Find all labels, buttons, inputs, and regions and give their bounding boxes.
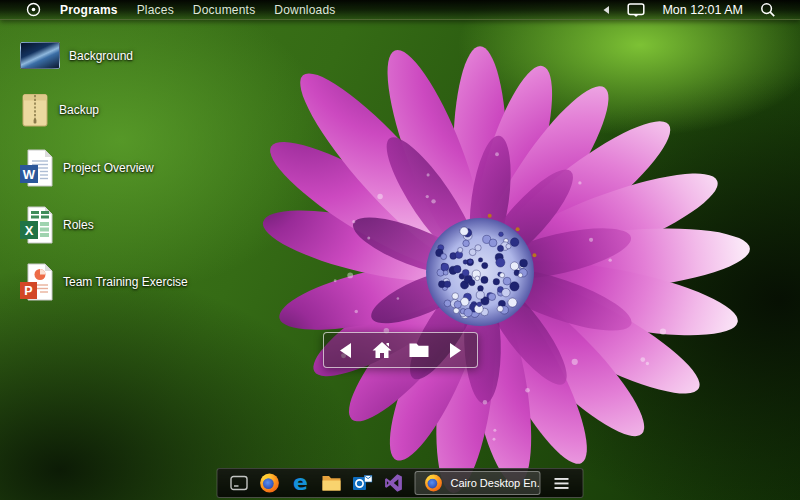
powerpoint-presentation-icon: P — [20, 262, 54, 302]
hamburger-menu-icon[interactable] — [552, 473, 572, 493]
floating-nav-toolbar — [323, 332, 478, 368]
task-button-cairo-desktop[interactable]: Cairo Desktop En... — [415, 471, 541, 495]
menu-item-programs[interactable]: Programs — [60, 3, 118, 17]
word-document-icon: W — [20, 148, 54, 188]
excel-letter: X — [25, 223, 34, 238]
back-button[interactable] — [331, 335, 361, 365]
cairo-menu-icon[interactable] — [26, 2, 41, 17]
collapse-arrow-icon[interactable] — [602, 5, 610, 15]
topbar-right-cluster: Mon 12:01 AM — [602, 2, 776, 18]
home-button[interactable] — [367, 335, 397, 365]
menu-item-downloads[interactable]: Downloads — [274, 3, 335, 17]
desktop-icon-label: Backup — [59, 103, 99, 117]
desktop-screen: Programs Places Documents Downloads Mon … — [0, 0, 800, 500]
firefox-icon — [425, 474, 443, 492]
image-thumbnail — [20, 42, 60, 69]
menu-item-documents[interactable]: Documents — [193, 3, 256, 17]
wallpaper-flower — [0, 0, 800, 500]
excel-spreadsheet-icon: X — [20, 206, 54, 244]
taskbar: e — [217, 468, 584, 498]
folder-button[interactable] — [404, 335, 434, 365]
desktop-icon-project-overview[interactable]: W Project Overview — [20, 148, 154, 188]
desktop-icon-label: Background — [69, 49, 133, 63]
search-icon[interactable] — [760, 2, 776, 18]
task-button-label: Cairo Desktop En... — [451, 477, 541, 489]
desktop-icon-team-training[interactable]: P Team Training Exercise — [20, 262, 188, 302]
edge-icon[interactable]: e — [291, 473, 311, 493]
display-icon[interactable] — [627, 2, 645, 18]
desktop-icon-backup[interactable]: Backup — [20, 92, 99, 128]
desktop-icon-label: Roles — [63, 218, 94, 232]
show-desktop-button[interactable] — [229, 473, 249, 493]
desktop-icon-roles[interactable]: X Roles — [20, 206, 94, 244]
firefox-icon[interactable] — [260, 473, 280, 493]
file-explorer-icon[interactable] — [322, 473, 342, 493]
desktop-icon-background[interactable]: Background — [20, 42, 133, 69]
powerpoint-letter: P — [24, 284, 32, 298]
outlook-icon[interactable] — [353, 473, 373, 493]
visual-studio-icon[interactable] — [384, 473, 404, 493]
word-letter: W — [23, 167, 36, 182]
forward-button[interactable] — [440, 335, 470, 365]
menu-item-places[interactable]: Places — [137, 3, 174, 17]
desktop-icon-label: Project Overview — [63, 161, 154, 175]
zip-folder-icon — [20, 92, 50, 128]
clock[interactable]: Mon 12:01 AM — [662, 3, 743, 17]
top-menu-bar: Programs Places Documents Downloads Mon … — [0, 0, 800, 20]
desktop-icon-label: Team Training Exercise — [63, 275, 188, 289]
